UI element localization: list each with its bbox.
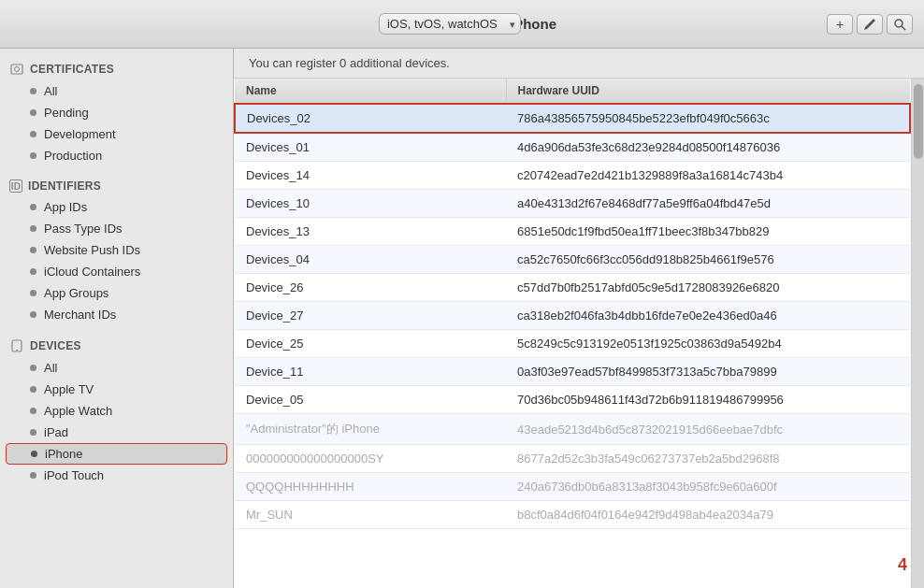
certificates-icon bbox=[9, 62, 24, 77]
table-row[interactable]: 000000000000000000SY8677a2d52c3b3fa549c0… bbox=[235, 445, 910, 473]
table-row[interactable]: Device_27ca318eb2f046fa3b4dbb16fde7e0e2e… bbox=[235, 302, 910, 330]
device-uuid-cell: 70d36bc05b948611f43d72b6b911819486799956 bbox=[506, 386, 910, 414]
info-text: You can register 0 additional devices. bbox=[249, 56, 450, 70]
device-uuid-cell: 786a43856575950845be5223efbf049f0c5663c bbox=[506, 104, 910, 133]
table-row[interactable]: Devices_014d6a906da53fe3c68d23e9284d0850… bbox=[235, 133, 910, 162]
sidebar-item-certs-production[interactable]: Production bbox=[0, 145, 233, 166]
main-layout: Certificates All Pending Development Pro… bbox=[0, 49, 924, 588]
table-row[interactable]: Devices_14c20742ead7e2d421b1329889f8a3a1… bbox=[235, 162, 910, 190]
sidebar-item-app-ids[interactable]: App IDs bbox=[0, 196, 233, 218]
table-row[interactable]: Device_26c57dd7b0fb2517abfd05c9e5d172808… bbox=[235, 274, 910, 302]
platform-selector[interactable]: iOS, tvOS, watchOS bbox=[379, 13, 521, 35]
table-row[interactable]: Device_255c8249c5c913192e0513f1925c03863… bbox=[235, 330, 910, 358]
dot-icon bbox=[30, 204, 36, 210]
sidebar-item-ipad[interactable]: iPad bbox=[0, 422, 233, 443]
device-name-cell: Devices_04 bbox=[235, 246, 506, 274]
device-uuid-cell: 240a6736db0b6a8313a8f3043b958fc9e60a600f bbox=[506, 473, 910, 501]
edit-icon bbox=[863, 18, 876, 31]
search-icon bbox=[893, 18, 906, 31]
sidebar-item-apple-tv[interactable]: Apple TV bbox=[0, 379, 233, 400]
sidebar-item-iphone[interactable]: iPhone bbox=[6, 443, 227, 465]
device-uuid-cell: 4d6a906da53fe3c68d23e9284d08500f14876036 bbox=[506, 133, 910, 162]
certificates-section-header: Certificates bbox=[0, 58, 233, 80]
device-uuid-cell: 43eade5213d4b6d5c8732021915d66eebae7dbfc bbox=[506, 414, 910, 445]
device-uuid-cell: ca318eb2f046fa3b4dbb16fde7e0e2e436ed0a46 bbox=[506, 302, 910, 330]
sidebar-item-icloud-containers[interactable]: iCloud Containers bbox=[0, 261, 233, 282]
dot-icon bbox=[30, 386, 36, 393]
device-uuid-cell: c57dd7b0fb2517abfd05c9e5d1728083926e6820 bbox=[506, 274, 910, 302]
sidebar-item-devices-all[interactable]: All bbox=[0, 357, 233, 379]
device-uuid-cell: a40e4313d2f67e8468df77a5e9ff6a04fbd47e5d bbox=[506, 190, 910, 218]
device-name-cell: "Administrator"的 iPhone bbox=[235, 414, 506, 445]
table-row[interactable]: "Administrator"的 iPhone43eade5213d4b6d5c… bbox=[235, 414, 910, 445]
device-uuid-cell: 6851e50dc1f9fbd50ea1ff71beec3f8b347bb829 bbox=[506, 218, 910, 246]
device-uuid-cell: 8677a2d52c3b3fa549c06273737eb2a5bd2968f8 bbox=[506, 445, 910, 473]
devices-section-header: Devices bbox=[0, 335, 233, 357]
dot-icon bbox=[30, 290, 36, 296]
table-row[interactable]: QQQQHHHHHHHH240a6736db0b6a8313a8f3043b95… bbox=[235, 473, 910, 501]
device-name-cell: Device_26 bbox=[235, 274, 506, 302]
device-uuid-cell: 5c8249c5c913192e0513f1925c03863d9a5492b4 bbox=[506, 330, 910, 358]
table-row[interactable]: Mr_SUNb8cf0a84d6f04f0164e942f9d498ab4ea2… bbox=[235, 501, 910, 529]
table-row[interactable]: Devices_136851e50dc1f9fbd50ea1ff71beec3f… bbox=[235, 218, 910, 246]
svg-line-1 bbox=[902, 26, 905, 30]
table-row[interactable]: Devices_02786a43856575950845be5223efbf04… bbox=[235, 104, 910, 133]
table-row[interactable]: Devices_04ca52c7650fc66f3cc056dd918b825b… bbox=[235, 246, 910, 274]
device-name-cell: Devices_13 bbox=[235, 218, 506, 246]
edit-button[interactable] bbox=[857, 14, 883, 35]
device-name-cell: Device_27 bbox=[235, 302, 506, 330]
sidebar-item-pass-type-ids[interactable]: Pass Type IDs bbox=[0, 218, 233, 239]
toolbar-buttons: + bbox=[827, 14, 913, 35]
sidebar: Certificates All Pending Development Pro… bbox=[0, 49, 234, 588]
scrollbar[interactable] bbox=[911, 79, 924, 588]
table-row[interactable]: Devices_10a40e4313d2f67e8468df77a5e9ff6a… bbox=[235, 190, 910, 218]
devices-icon bbox=[9, 338, 24, 353]
sidebar-item-website-push-ids[interactable]: Website Push IDs bbox=[0, 239, 233, 261]
sidebar-item-app-groups[interactable]: App Groups bbox=[0, 282, 233, 304]
svg-point-0 bbox=[895, 20, 902, 27]
dot-icon bbox=[30, 109, 36, 116]
sidebar-section-devices: Devices All Apple TV Apple Watch iPad iP… bbox=[0, 335, 233, 486]
content-area: You can register 0 additional devices. N… bbox=[234, 49, 924, 588]
sidebar-item-merchant-ids[interactable]: Merchant IDs bbox=[0, 304, 233, 325]
dot-icon bbox=[30, 408, 36, 414]
dot-icon bbox=[30, 365, 36, 371]
sidebar-item-certs-development[interactable]: Development bbox=[0, 123, 233, 145]
device-name-cell: Devices_10 bbox=[235, 190, 506, 218]
sidebar-section-identifiers: ID Identifiers App IDs Pass Type IDs Web… bbox=[0, 176, 233, 325]
dot-icon bbox=[30, 88, 36, 94]
sidebar-item-ipod-touch[interactable]: iPod Touch bbox=[0, 465, 233, 486]
dot-icon bbox=[31, 451, 37, 457]
badge-count: 4 bbox=[898, 555, 907, 575]
device-name-cell: 000000000000000000SY bbox=[235, 445, 506, 473]
dot-icon bbox=[30, 472, 36, 479]
device-uuid-cell: c20742ead7e2d421b1329889f8a3a16814c743b4 bbox=[506, 162, 910, 190]
add-button[interactable]: + bbox=[827, 14, 853, 35]
device-uuid-cell: b8cf0a84d6f04f0164e942f9d498ab4ea2034a79 bbox=[506, 501, 910, 529]
sidebar-item-certs-all[interactable]: All bbox=[0, 80, 233, 102]
svg-point-3 bbox=[15, 67, 20, 72]
dot-icon bbox=[30, 268, 36, 275]
table-row[interactable]: Device_110a3f03e97ead57bf8499853f7313a5c… bbox=[235, 358, 910, 386]
sidebar-item-certs-pending[interactable]: Pending bbox=[0, 102, 233, 123]
dot-icon bbox=[30, 225, 36, 232]
col-header-uuid: Hardware UUID bbox=[506, 79, 910, 104]
device-name-cell: Devices_14 bbox=[235, 162, 506, 190]
dot-icon bbox=[30, 131, 36, 137]
dot-icon bbox=[30, 429, 36, 436]
device-name-cell: Device_25 bbox=[235, 330, 506, 358]
dot-icon bbox=[30, 247, 36, 253]
device-name-cell: Device_11 bbox=[235, 358, 506, 386]
devices-table-container[interactable]: Name Hardware UUID Devices_02786a4385657… bbox=[234, 79, 911, 588]
identifiers-section-header: ID Identifiers bbox=[0, 176, 233, 196]
search-button[interactable] bbox=[887, 14, 913, 35]
scrollbar-thumb[interactable] bbox=[914, 84, 923, 159]
col-header-name: Name bbox=[235, 79, 506, 104]
platform-dropdown-select[interactable]: iOS, tvOS, watchOS bbox=[379, 13, 521, 35]
info-bar: You can register 0 additional devices. bbox=[234, 49, 924, 79]
sidebar-item-apple-watch[interactable]: Apple Watch bbox=[0, 400, 233, 422]
device-name-cell: Devices_01 bbox=[235, 133, 506, 162]
table-row[interactable]: Device_0570d36bc05b948611f43d72b6b911819… bbox=[235, 386, 910, 414]
device-name-cell: Device_05 bbox=[235, 386, 506, 414]
sidebar-section-certificates: Certificates All Pending Development Pro… bbox=[0, 58, 233, 166]
